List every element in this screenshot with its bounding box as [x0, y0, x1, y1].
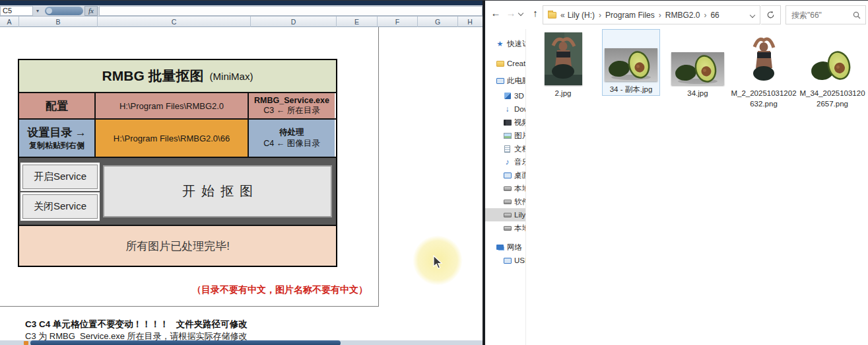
sidebar-item-network[interactable]: 网络: [485, 241, 525, 254]
forward-button[interactable]: →: [504, 7, 517, 19]
formula-input[interactable]: [99, 6, 483, 16]
column-header-e[interactable]: E: [337, 17, 378, 27]
file-explorer-window: ← → ↑ « Lily (H:) › Program Files › RMBG…: [485, 1, 868, 345]
navigation-pane: ★ 快速访问 Creat 此电脑 3D 对象 ↓ Dow: [485, 29, 526, 345]
refresh-button[interactable]: [761, 5, 781, 24]
sidebar-item-desktop[interactable]: 桌面: [485, 169, 525, 182]
sidebar-label: 软件: [514, 197, 525, 207]
sidebar-item-software-disk[interactable]: 软件: [485, 195, 525, 208]
file-item-m2-png[interactable]: M_2_20251031202632.png: [731, 29, 797, 109]
sidebar-item-music[interactable]: ♪ 音乐: [485, 155, 525, 169]
download-arrow-icon: ↓: [503, 105, 512, 113]
panel-title-row: RMBG 批量抠图 (MiniMax): [19, 60, 336, 93]
sidebar-item-this-pc[interactable]: 此电脑: [485, 74, 525, 87]
sidebar-label: 快速访问: [507, 39, 525, 49]
disk-icon: [503, 211, 512, 219]
column-header-c[interactable]: C: [98, 17, 251, 27]
panel-title: RMBG 批量抠图: [102, 67, 204, 85]
explorer-body: ★ 快速访问 Creat 此电脑 3D 对象 ↓ Dow: [485, 29, 868, 345]
file-name: 34.jpg: [668, 89, 727, 99]
file-item-34-copy-jpg-selected[interactable]: 34 - 副本.jpg: [602, 29, 660, 96]
disk-icon: [503, 184, 512, 192]
status-row: 所有图片已处理完毕!: [19, 226, 336, 266]
network-icon: [496, 243, 504, 251]
search-box[interactable]: [785, 5, 866, 24]
column-header-a[interactable]: A: [0, 17, 19, 27]
sidebar-label: Lily: [514, 211, 525, 219]
breadcrumb-item-rmbg[interactable]: RMBG2.0: [664, 11, 702, 20]
close-service-button[interactable]: 关闭Service: [22, 194, 98, 219]
cell-name-box[interactable]: C5: [0, 6, 33, 16]
file-name: M_2_20251031202632.png: [731, 89, 797, 109]
red-warning-note: （目录不要有中文，图片名称不要有中文）: [18, 284, 368, 296]
excel-title-strip: [0, 1, 483, 5]
file-item-34jpg[interactable]: 34.jpg: [668, 29, 727, 99]
cube-icon: [503, 92, 512, 100]
sidebar-item-documents[interactable]: 文档: [485, 142, 525, 155]
config-label-cell[interactable]: 配置: [19, 93, 96, 118]
sidebar-label: 3D 对象: [514, 91, 525, 101]
column-header-d[interactable]: D: [251, 17, 337, 27]
column-header-b[interactable]: B: [19, 17, 98, 27]
config-label: 配置: [46, 98, 68, 114]
sidebar-label: USE: [514, 256, 525, 264]
insert-function-button[interactable]: fx: [84, 6, 98, 16]
column-header-g[interactable]: G: [418, 17, 458, 27]
file-name: 34 - 副本.jpg: [603, 85, 659, 95]
pill-dot: [46, 8, 52, 14]
search-icon: [853, 11, 861, 19]
image-dir-path-cell[interactable]: H:\Program Files\RMBG2.0\66: [96, 120, 249, 157]
column-header-f[interactable]: F: [378, 17, 418, 27]
address-dropdown[interactable]: [745, 13, 760, 17]
horizontal-scrollbar[interactable]: [0, 340, 483, 345]
chevron-down-icon: [750, 12, 755, 17]
sidebar-item-pictures[interactable]: 图片: [485, 129, 525, 142]
worksheet: RMBG 批量抠图 (MiniMax) 配置 H:\Program Files\…: [0, 27, 483, 345]
sidebar-item-lily-drive[interactable]: Lily: [485, 208, 525, 221]
panel-subtitle: (MiniMax): [210, 71, 253, 82]
service-path-cell[interactable]: H:\Program Files\RMBG2.0: [96, 93, 249, 118]
sidebar-item-3d-objects[interactable]: 3D 对象: [485, 89, 525, 102]
address-bar[interactable]: « Lily (H:) › Program Files › RMBG2.0 › …: [543, 5, 760, 24]
set-dir-label-cell[interactable]: 设置目录 → 复制粘贴到右侧: [19, 120, 96, 157]
scrollbar-thumb[interactable]: [30, 340, 341, 345]
sidebar-label: 文档: [514, 144, 525, 154]
file-item-m34-png[interactable]: M_34_20251031202657.png: [799, 29, 865, 109]
sidebar-item-local-disk-1[interactable]: 本地: [485, 182, 525, 195]
sidebar-label: 图片: [514, 131, 525, 141]
directory-row: 设置目录 → 复制粘贴到右侧 H:\Program Files\RMBG2.0\…: [19, 120, 336, 158]
back-button[interactable]: ←: [489, 7, 502, 19]
search-input[interactable]: [786, 11, 853, 20]
dir-note-cell[interactable]: 待处理 C4 ← 图像目录: [249, 120, 335, 157]
bottom-note-bold: C3 C4 单元格位置不要变动！！！！ 文件夹路径可修改: [25, 319, 248, 330]
service-exe-note: RMBG_Service.exe: [254, 96, 329, 105]
name-box-dropdown-icon[interactable]: ▾: [33, 6, 42, 16]
open-service-button[interactable]: 开启Service: [22, 165, 98, 189]
breadcrumb-item-program-files[interactable]: Program Files: [604, 11, 656, 20]
sidebar-item-quick-access[interactable]: ★ 快速访问: [485, 37, 525, 50]
breadcrumb-item-drive[interactable]: Lily (H:): [566, 11, 596, 20]
breadcrumb-separator: ›: [701, 11, 709, 20]
file-item-2jpg[interactable]: 2.jpg: [543, 29, 583, 99]
document-icon: [503, 145, 512, 153]
folder-icon: [496, 59, 504, 67]
c4-note: C4 ← 图像目录: [263, 138, 319, 149]
column-header-h[interactable]: H: [458, 17, 482, 27]
usb-monitor-icon: [503, 256, 512, 264]
history-chevron-icon[interactable]: [518, 11, 523, 16]
breadcrumb-item-66[interactable]: 66: [709, 11, 720, 20]
config-note-cell[interactable]: RMBG_Service.exe C3 ← 所在目录: [249, 93, 335, 118]
sidebar-item-creative-cloud[interactable]: Creat: [485, 57, 525, 70]
video-icon: [503, 118, 512, 126]
sidebar-item-videos[interactable]: 视频: [485, 116, 525, 129]
screen: C5 ▾ fx A B C D E F G H RMBG 批量抠图 (MiniM…: [0, 0, 868, 345]
cutout-avocado-thumbnail: [809, 47, 855, 85]
config-row: 配置 H:\Program Files\RMBG2.0 RMBG_Service…: [19, 93, 336, 120]
up-button[interactable]: ↑: [529, 7, 542, 19]
photo-avocado-thumbnail: [605, 48, 657, 81]
sidebar-item-local-disk-2[interactable]: 本地: [485, 221, 525, 235]
breadcrumb-prefix: «: [560, 11, 566, 20]
start-matting-button[interactable]: 开始抠图: [103, 165, 332, 217]
sidebar-item-downloads[interactable]: ↓ Dow: [485, 102, 525, 116]
sidebar-item-usb[interactable]: USE: [485, 254, 525, 267]
